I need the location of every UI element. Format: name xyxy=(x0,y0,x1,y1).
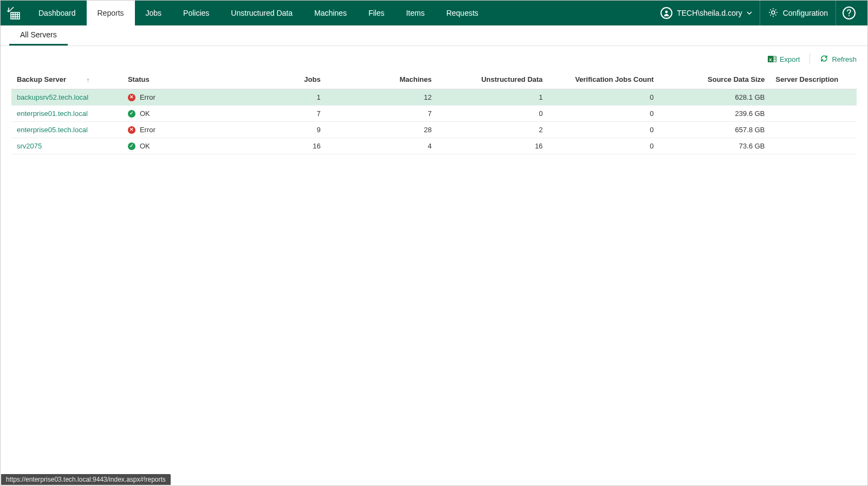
server-link[interactable]: enterprise01.tech.local xyxy=(17,109,88,118)
col-status[interactable]: Status xyxy=(122,70,221,89)
svg-rect-11 xyxy=(773,56,776,62)
cell-machines: 28 xyxy=(326,122,437,138)
cell-source-size: 239.6 GB xyxy=(659,106,770,122)
svg-point-8 xyxy=(848,15,850,16)
nav-tab-label: Dashboard xyxy=(38,9,76,17)
col-source-size-label: Source Data Size xyxy=(708,75,765,83)
refresh-button[interactable]: Refresh xyxy=(820,54,857,64)
chevron-down-icon xyxy=(747,9,752,17)
col-machines-label: Machines xyxy=(399,75,431,83)
server-link[interactable]: enterprise05.tech.local xyxy=(17,126,88,134)
col-verification-label: Verification Jobs Count xyxy=(575,75,653,83)
svg-point-7 xyxy=(772,11,775,14)
nav-tab-reports[interactable]: Reports xyxy=(87,1,135,25)
cell-status: ✓OK xyxy=(122,138,221,154)
nav-tabs: DashboardReportsJobsPoliciesUnstructured… xyxy=(28,1,489,25)
table-row[interactable]: enterprise05.tech.local✕Error92820657.8 … xyxy=(11,122,857,138)
excel-icon: X xyxy=(768,55,776,63)
cell-verification: 0 xyxy=(548,89,659,106)
export-button[interactable]: X Export xyxy=(768,55,800,63)
cell-unstructured: 0 xyxy=(437,106,548,122)
subtab-all-servers[interactable]: All Servers xyxy=(9,25,68,46)
configuration-button[interactable]: Configuration xyxy=(760,1,835,25)
cell-source-size: 628.1 GB xyxy=(659,89,770,106)
cell-source-size: 73.6 GB xyxy=(659,138,770,154)
cell-machines: 7 xyxy=(326,106,437,122)
user-label: TECH\sheila.d.cory xyxy=(677,9,742,17)
cell-verification: 0 xyxy=(548,106,659,122)
col-jobs[interactable]: Jobs xyxy=(221,70,326,89)
cell-description xyxy=(770,122,857,138)
user-menu[interactable]: TECH\sheila.d.cory xyxy=(653,1,760,25)
cell-source-size: 657.8 GB xyxy=(659,122,770,138)
cell-backup-server: srv2075 xyxy=(11,138,122,154)
refresh-label: Refresh xyxy=(832,55,857,63)
topbar-right: TECH\sheila.d.cory Configuration xyxy=(653,1,867,25)
svg-point-6 xyxy=(665,11,668,14)
status-bar-url: https://enterprise03.tech.local:9443/ind… xyxy=(6,476,166,483)
cell-machines: 12 xyxy=(326,89,437,106)
nav-tab-label: Unstructured Data xyxy=(231,9,293,17)
help-icon xyxy=(843,7,856,20)
cell-status: ✕Error xyxy=(122,122,221,138)
status-text: Error xyxy=(140,93,156,101)
nav-tab-policies[interactable]: Policies xyxy=(172,1,220,25)
server-link[interactable]: backupsrv52.tech.local xyxy=(17,93,88,101)
top-nav-bar: DashboardReportsJobsPoliciesUnstructured… xyxy=(1,1,867,25)
cell-jobs: 1 xyxy=(221,89,326,106)
nav-tab-label: Machines xyxy=(314,9,347,17)
help-button[interactable] xyxy=(835,1,862,25)
ok-icon: ✓ xyxy=(128,110,135,118)
nav-tab-items[interactable]: Items xyxy=(395,1,435,25)
col-backup-server[interactable]: Backup Server ↑ xyxy=(11,70,122,89)
toolbar-separator xyxy=(809,54,810,64)
cell-machines: 4 xyxy=(326,138,437,154)
nav-tab-machines[interactable]: Machines xyxy=(303,1,358,25)
nav-tab-label: Items xyxy=(406,9,424,17)
col-description[interactable]: Server Description xyxy=(770,70,857,89)
table-header-row: Backup Server ↑ Status Jobs Machines Uns… xyxy=(11,70,857,89)
cell-unstructured: 2 xyxy=(437,122,548,138)
cell-status: ✓OK xyxy=(122,106,221,122)
col-unstructured[interactable]: Unstructured Data xyxy=(437,70,548,89)
subtab-label: All Servers xyxy=(20,30,57,39)
user-icon xyxy=(660,7,672,19)
status-text: OK xyxy=(140,109,150,118)
table-row[interactable]: srv2075✓OK16416073.6 GB xyxy=(11,138,857,154)
app-logo[interactable] xyxy=(1,1,28,25)
status-text: OK xyxy=(140,142,150,150)
cell-backup-server: backupsrv52.tech.local xyxy=(11,89,122,106)
table-row[interactable]: backupsrv52.tech.local✕Error11210628.1 G… xyxy=(11,89,857,106)
cell-status: ✕Error xyxy=(122,89,221,106)
nav-tab-label: Files xyxy=(368,9,385,17)
nav-tab-files[interactable]: Files xyxy=(358,1,396,25)
toolbar: X Export Refresh xyxy=(1,46,867,70)
configuration-label: Configuration xyxy=(783,9,828,17)
table-row[interactable]: enterprise01.tech.local✓OK7700239.6 GB xyxy=(11,106,857,122)
logo-icon xyxy=(7,6,21,20)
nav-tab-label: Policies xyxy=(183,9,209,17)
cell-backup-server: enterprise01.tech.local xyxy=(11,106,122,122)
cell-verification: 0 xyxy=(548,138,659,154)
cell-jobs: 16 xyxy=(221,138,326,154)
col-status-label: Status xyxy=(128,75,150,83)
gear-icon xyxy=(768,7,779,20)
nav-tab-dashboard[interactable]: Dashboard xyxy=(28,1,87,25)
nav-tab-requests[interactable]: Requests xyxy=(436,1,489,25)
nav-tab-jobs[interactable]: Jobs xyxy=(135,1,173,25)
col-machines[interactable]: Machines xyxy=(326,70,437,89)
export-label: Export xyxy=(780,55,800,63)
cell-unstructured: 16 xyxy=(437,138,548,154)
servers-table: Backup Server ↑ Status Jobs Machines Uns… xyxy=(11,70,857,154)
col-jobs-label: Jobs xyxy=(304,75,320,83)
sort-ascending-icon: ↑ xyxy=(87,76,90,83)
server-link[interactable]: srv2075 xyxy=(17,142,42,150)
svg-text:X: X xyxy=(769,57,772,62)
cell-description xyxy=(770,138,857,154)
ok-icon: ✓ xyxy=(128,142,135,150)
error-icon: ✕ xyxy=(128,94,135,101)
nav-tab-unstructured-data[interactable]: Unstructured Data xyxy=(220,1,303,25)
col-verification[interactable]: Verification Jobs Count xyxy=(548,70,659,89)
col-source-size[interactable]: Source Data Size xyxy=(659,70,770,89)
browser-status-bar: https://enterprise03.tech.local:9443/ind… xyxy=(1,474,171,485)
